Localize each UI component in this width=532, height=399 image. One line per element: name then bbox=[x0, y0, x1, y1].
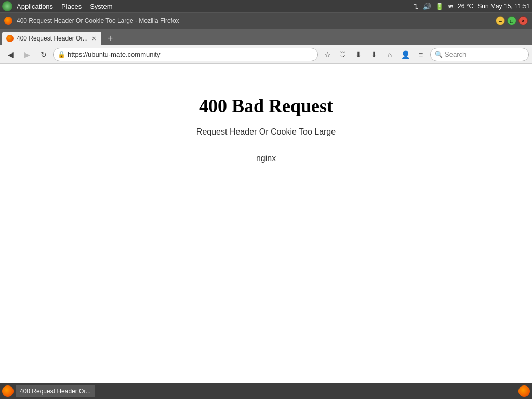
tab-close-button[interactable]: × bbox=[91, 34, 97, 43]
close-button[interactable]: × bbox=[518, 16, 528, 25]
wifi-icon: ≋ bbox=[448, 3, 454, 10]
taskbar-item[interactable]: 400 Request Header Or... bbox=[16, 385, 95, 397]
taskbar-item-label: 400 Request Header Or... bbox=[20, 388, 91, 395]
system-menu[interactable]: System bbox=[86, 2, 116, 11]
minimize-button[interactable]: – bbox=[496, 16, 505, 25]
network-icon: ⇅ bbox=[413, 3, 419, 10]
taskbar-firefox-icon bbox=[2, 385, 14, 397]
back-button[interactable]: ◀ bbox=[3, 47, 18, 62]
error-subtitle: Request Header Or Cookie Too Large bbox=[196, 127, 336, 137]
error-divider bbox=[0, 145, 532, 145]
search-bar[interactable]: 🔍 Search bbox=[430, 48, 529, 61]
title-bar: 400 Request Header Or Cookie Too Large -… bbox=[0, 13, 532, 29]
tab-favicon bbox=[6, 35, 14, 42]
error-server: nginx bbox=[256, 154, 276, 163]
address-bar[interactable]: 🔒 https://ubuntu-mate.community bbox=[53, 48, 318, 61]
ubuntu-mate-icon bbox=[2, 1, 12, 11]
download-button[interactable]: ⬇ bbox=[367, 47, 381, 62]
firefox-window-icon bbox=[4, 17, 12, 25]
applications-menu[interactable]: Applications bbox=[12, 2, 57, 11]
pocket-button[interactable]: ⬇ bbox=[351, 47, 366, 62]
temperature-display: 26 °C bbox=[458, 3, 473, 10]
forward-button[interactable]: ▶ bbox=[20, 47, 34, 62]
shield-button[interactable]: 🛡 bbox=[336, 47, 350, 62]
system-bar: Applications Places System ⇅ 🔊 🔋 ≋ 26 °C… bbox=[0, 0, 532, 12]
nav-bar: ◀ ▶ ↻ 🔒 https://ubuntu-mate.community ☆ … bbox=[0, 45, 532, 64]
lock-icon: 🔒 bbox=[58, 51, 65, 58]
url-display: https://ubuntu-mate.community bbox=[68, 50, 313, 58]
browser-content: 400 Bad Request Request Header Or Cookie… bbox=[0, 64, 532, 384]
volume-icon: 🔊 bbox=[423, 3, 431, 10]
datetime-display: Sun May 15, 11:51 bbox=[477, 3, 530, 10]
tab-bar: 400 Request Header Or... × + bbox=[0, 29, 532, 45]
window-title: 400 Request Header Or Cookie Too Large -… bbox=[17, 17, 491, 24]
battery-icon: 🔋 bbox=[435, 3, 444, 10]
nav-action-buttons: ☆ 🛡 ⬇ ⬇ ⌂ 👤 ≡ bbox=[320, 47, 428, 62]
tab-title: 400 Request Header Or... bbox=[17, 35, 88, 42]
taskbar-right bbox=[518, 385, 530, 397]
search-icon: 🔍 bbox=[435, 51, 443, 58]
taskbar: 400 Request Header Or... bbox=[0, 383, 532, 399]
window-controls: – □ × bbox=[496, 16, 528, 25]
search-placeholder: Search bbox=[445, 50, 466, 58]
active-tab[interactable]: 400 Request Header Or... × bbox=[2, 32, 101, 45]
reload-button[interactable]: ↻ bbox=[36, 47, 51, 62]
places-menu[interactable]: Places bbox=[57, 2, 86, 11]
maximize-button[interactable]: □ bbox=[507, 16, 516, 25]
error-title: 400 Bad Request bbox=[199, 95, 333, 117]
taskbar-right-icon bbox=[518, 385, 530, 397]
account-button[interactable]: 👤 bbox=[398, 47, 413, 62]
new-tab-button[interactable]: + bbox=[103, 32, 117, 45]
bookmark-button[interactable]: ☆ bbox=[320, 47, 335, 62]
browser-window: 400 Request Header Or Cookie Too Large -… bbox=[0, 12, 532, 384]
menu-button[interactable]: ≡ bbox=[414, 47, 428, 62]
home-button[interactable]: ⌂ bbox=[382, 47, 397, 62]
